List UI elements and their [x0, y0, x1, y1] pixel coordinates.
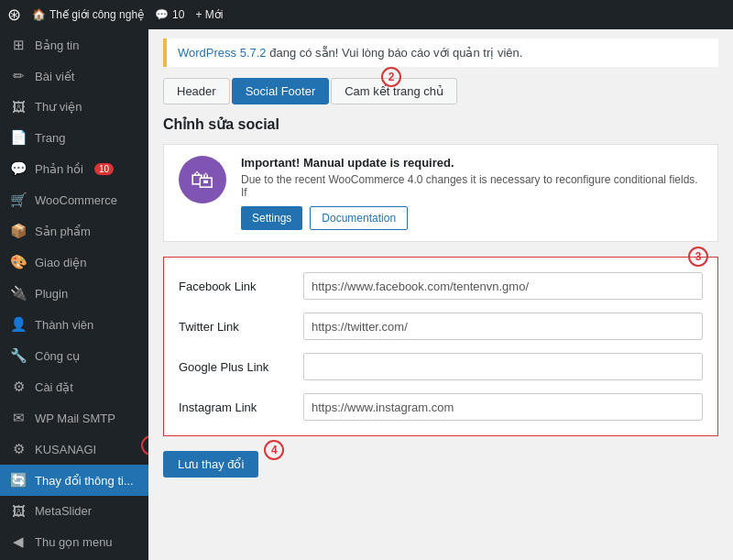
woo-notice-buttons: Settings Documentation	[241, 206, 703, 230]
instagram-row: Instagram Link	[179, 393, 703, 421]
woo-notice-text: Important! Manual update is required. Du…	[241, 156, 703, 230]
slider-icon: 🖼	[9, 503, 27, 519]
sidebar-item-giao-dien[interactable]: 🎨 Giao diện	[0, 247, 148, 278]
wp-logo[interactable]: ⊛	[7, 5, 21, 25]
wp-update-notice: WordPress 5.7.2 đang có sẵn! Vui lòng bá…	[163, 38, 718, 67]
google-plus-row: Google Plus Link	[179, 353, 703, 380]
dashboard-icon: ⊞	[9, 37, 27, 53]
edit-icon: ✏	[9, 68, 27, 84]
notice-text: WordPress 5.7.2 đang có sẵn! Vui lòng bá…	[178, 46, 522, 60]
tabs: Header Social Footer Cam kết trang chủ 2	[163, 78, 718, 104]
sidebar-item-thay-doi-thong-tin[interactable]: 🔄 Thay đổi thông ti...	[0, 465, 148, 496]
sidebar-item-san-pham[interactable]: 📦 Sản phẩm	[0, 215, 148, 247]
bag-icon: 🛍	[191, 166, 214, 194]
mail-icon: ✉	[9, 410, 27, 426]
wp-version-link[interactable]: WordPress 5.7.2	[178, 46, 267, 60]
woo-notice-description: Due to the recent WooCommerce 4.0 change…	[241, 173, 703, 199]
save-button[interactable]: Lưu thay đổi	[163, 451, 258, 478]
tools-icon: 🔧	[9, 347, 27, 364]
save-button-wrap: Lưu thay đổi 4	[163, 451, 258, 478]
woo-settings-button[interactable]: Settings	[241, 206, 302, 230]
instagram-label: Instagram Link	[179, 401, 289, 414]
annotation-3: 3	[688, 247, 708, 267]
sidebar-item-cong-cu[interactable]: 🔧 Công cụ	[0, 340, 148, 371]
change-icon: 🔄	[9, 472, 27, 489]
main-content: WordPress 5.7.2 đang có sẵn! Vui lòng bá…	[148, 29, 733, 560]
woo-notice-title: Important! Manual update is required.	[241, 156, 703, 170]
settings-icon: ⚙	[9, 379, 27, 395]
collapse-icon: ◀	[9, 533, 27, 550]
sidebar-item-kusanagi[interactable]: ⚙ KUSANAGI 1	[0, 434, 148, 465]
facebook-label: Facebook Link	[179, 280, 289, 293]
sidebar-item-woocommerce[interactable]: 🛒 WooCommerce	[0, 184, 148, 215]
sidebar-item-plugin[interactable]: 🔌 Plugin	[0, 278, 148, 309]
media-icon: 🖼	[9, 99, 27, 115]
sidebar-item-bai-viet[interactable]: ✏ Bài viết	[0, 60, 148, 92]
annotation-2: 2	[381, 67, 401, 87]
annotation-4: 4	[264, 440, 284, 460]
google-plus-input[interactable]	[303, 353, 703, 380]
sidebar-item-thu-gon-menu[interactable]: ◀ Thu gọn menu	[0, 526, 148, 557]
facebook-input[interactable]	[303, 272, 703, 300]
section-title: Chỉnh sửa social	[163, 115, 718, 133]
woo-icon: 🛒	[9, 192, 27, 208]
sidebar-item-bang-tin[interactable]: ⊞ Bảng tin	[0, 29, 148, 60]
kusanagi-icon: ⚙	[9, 441, 27, 457]
sidebar-item-phan-hoi[interactable]: 💬 Phản hồi 10	[0, 153, 148, 184]
layout: ⊞ Bảng tin ✏ Bài viết 🖼 Thư viện 📄 Trang…	[0, 29, 733, 560]
twitter-label: Twitter Link	[179, 320, 289, 334]
sidebar-item-metaslider[interactable]: 🖼 MetaSlider	[0, 496, 148, 526]
twitter-row: Twitter Link	[179, 313, 703, 340]
comments-link[interactable]: 💬 10	[155, 8, 184, 21]
woo-notice-icon: 🛍	[179, 156, 226, 203]
woo-update-notice: 🛍 Important! Manual update is required. …	[163, 144, 718, 242]
comment-icon: 💬	[155, 8, 169, 21]
sidebar-item-trang[interactable]: 📄 Trang	[0, 122, 148, 153]
page-icon: 📄	[9, 129, 27, 146]
sidebar-item-thu-vien[interactable]: 🖼 Thư viện	[0, 92, 148, 122]
woo-docs-button[interactable]: Documentation	[310, 206, 408, 230]
product-icon: 📦	[9, 223, 27, 239]
appearance-icon: 🎨	[9, 254, 27, 270]
plugin-icon: 🔌	[9, 285, 27, 302]
sidebar-item-cai-dat[interactable]: ⚙ Cài đặt	[0, 371, 148, 402]
twitter-input[interactable]	[303, 313, 703, 340]
top-bar: ⊛ 🏠 Thế giới công nghệ 💬 10 + Mới	[0, 0, 733, 29]
annotation-1: 1	[141, 435, 148, 456]
users-icon: 👤	[9, 316, 27, 333]
instagram-input[interactable]	[303, 393, 703, 421]
home-icon: 🏠	[32, 8, 46, 21]
sidebar: ⊞ Bảng tin ✏ Bài viết 🖼 Thư viện 📄 Trang…	[0, 29, 148, 560]
facebook-row: Facebook Link	[179, 272, 703, 300]
social-links-form: 3 Facebook Link Twitter Link Google Plus…	[163, 257, 718, 436]
comment-bubble-icon: 💬	[9, 160, 27, 177]
site-name[interactable]: 🏠 Thế giới công nghệ	[32, 8, 144, 21]
google-plus-label: Google Plus Link	[179, 360, 289, 374]
tab-social-footer[interactable]: Social Footer	[232, 78, 330, 104]
phan-hoi-badge: 10	[94, 163, 114, 175]
sidebar-item-thanh-vien[interactable]: 👤 Thành viên	[0, 309, 148, 340]
new-link[interactable]: + Mới	[195, 8, 223, 21]
sidebar-item-wp-mail-smtp[interactable]: ✉ WP Mail SMTP	[0, 402, 148, 434]
tab-header[interactable]: Header	[163, 78, 230, 104]
